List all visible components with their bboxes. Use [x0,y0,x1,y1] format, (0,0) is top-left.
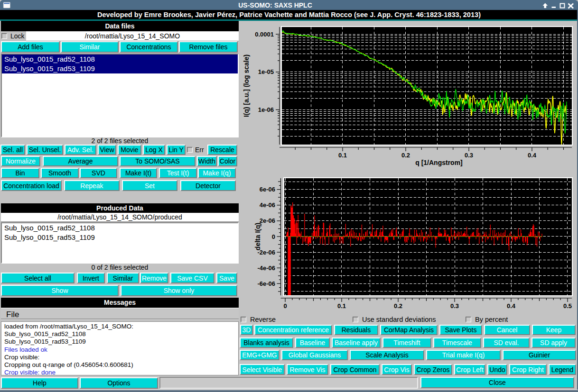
svg-text:-6e-06: -6e-06 [257,280,275,287]
svg-text:0: 0 [283,302,287,308]
svg-text:0.4: 0.4 [528,152,537,159]
svg-text:q [1/Angstrom]: q [1/Angstrom] [415,159,463,166]
svg-text:1e-06: 1e-06 [258,106,274,113]
svg-text:0: 0 [272,233,275,240]
svg-text:0.0001: 0.0001 [255,31,274,38]
svg-text:1e-05: 1e-05 [258,68,274,75]
svg-text:0.3: 0.3 [465,152,473,159]
svg-text:0.1: 0.1 [337,302,346,308]
svg-text:2e-06: 2e-06 [260,217,275,224]
svg-text:0.1: 0.1 [338,152,347,159]
svg-text:0.4: 0.4 [507,302,516,308]
svg-text:0.2: 0.2 [401,152,410,159]
svg-text:delta I(q): delta I(q) [254,223,261,250]
svg-text:6e-06: 6e-06 [260,186,275,193]
svg-text:4e-06: 4e-06 [260,201,275,209]
svg-text:0.3: 0.3 [450,302,459,308]
svg-text:-4e-06: -4e-06 [257,264,275,272]
svg-text:I(q) [a.u.] (log scale): I(q) [a.u.] (log scale) [242,55,250,117]
svg-text:0.2: 0.2 [394,302,402,308]
svg-text:0.5: 0.5 [563,302,572,308]
